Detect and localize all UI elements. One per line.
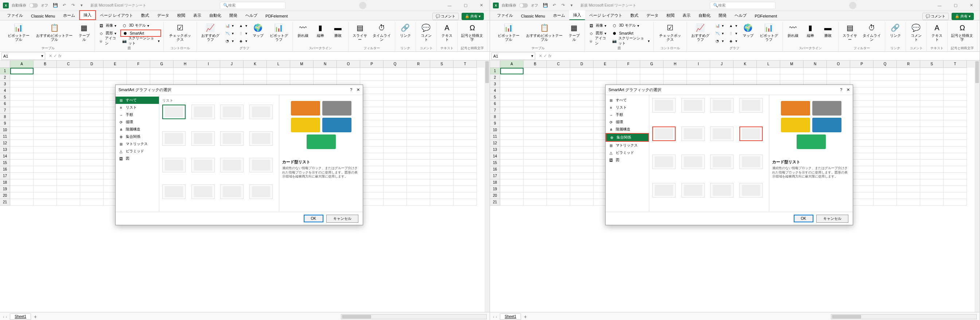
search-box[interactable]: 🔍 [710, 2, 775, 9]
cell[interactable] [570, 100, 593, 107]
gallery-item[interactable] [681, 98, 705, 113]
cell[interactable] [383, 100, 407, 107]
cell[interactable] [570, 134, 593, 140]
category-pyramid[interactable]: △ピラミッド [606, 149, 649, 156]
cell[interactable] [10, 68, 33, 74]
gallery-item[interactable] [740, 154, 763, 169]
cell[interactable] [57, 114, 80, 120]
cell[interactable] [897, 153, 920, 160]
cell[interactable] [430, 179, 453, 186]
cell[interactable] [873, 186, 897, 193]
cell[interactable] [360, 107, 383, 114]
cell[interactable] [430, 160, 453, 166]
cell[interactable] [500, 100, 523, 107]
rec-pivottable-button[interactable]: 📋おすすめピボットテーブル [34, 22, 75, 42]
cell[interactable] [523, 179, 547, 186]
cell[interactable] [757, 74, 780, 81]
cell[interactable] [500, 173, 523, 179]
cell[interactable] [547, 199, 570, 205]
cell[interactable] [33, 166, 57, 173]
cell[interactable] [943, 88, 967, 94]
maximize-icon[interactable]: ▢ [460, 2, 471, 9]
cell[interactable] [267, 74, 290, 81]
cell[interactable] [640, 68, 663, 74]
cell[interactable] [570, 146, 593, 153]
cell[interactable] [523, 68, 547, 74]
cell[interactable] [383, 166, 407, 173]
cell[interactable] [850, 179, 873, 186]
column-header[interactable]: R [407, 60, 430, 68]
cell[interactable] [57, 173, 80, 179]
tab-file[interactable]: ファイル [493, 11, 517, 20]
gallery-item[interactable] [740, 98, 763, 113]
cell[interactable] [407, 127, 430, 134]
cell[interactable] [850, 166, 873, 173]
redo-icon[interactable]: ↷ [70, 3, 76, 8]
row-header[interactable]: 2 [0, 74, 10, 81]
cell[interactable] [500, 88, 523, 94]
cell[interactable] [873, 107, 897, 114]
cell[interactable] [640, 74, 663, 81]
cell[interactable] [453, 127, 477, 134]
cell[interactable] [593, 68, 617, 74]
cell[interactable] [920, 140, 943, 146]
cell[interactable] [547, 140, 570, 146]
gallery-item[interactable] [710, 183, 733, 197]
row-header[interactable]: 13 [0, 146, 10, 153]
toggle-icon[interactable] [519, 3, 528, 8]
cell[interactable] [500, 153, 523, 160]
tab-view[interactable]: 表示 [189, 11, 205, 20]
row-header[interactable]: 16 [490, 166, 500, 173]
3dmodels-button[interactable]: ⬡3D モデル ▾ [610, 22, 651, 29]
cell[interactable] [290, 68, 313, 74]
cell[interactable] [453, 74, 477, 81]
cell[interactable] [873, 166, 897, 173]
cell[interactable] [430, 114, 453, 120]
row-header[interactable]: 9 [0, 120, 10, 127]
cell[interactable] [80, 94, 103, 100]
cell[interactable] [430, 88, 453, 94]
rec-chart-button[interactable]: 📈おすすめグラフ [199, 22, 222, 42]
category-process[interactable]: →手順 [606, 111, 649, 118]
row-header[interactable]: 21 [0, 199, 10, 205]
cell[interactable] [943, 81, 967, 88]
cell[interactable] [80, 74, 103, 81]
row-header[interactable]: 10 [0, 127, 10, 134]
cell[interactable] [360, 114, 383, 120]
cell[interactable] [57, 107, 80, 114]
name-box[interactable]: A1▾ [2, 53, 45, 60]
cell[interactable] [453, 88, 477, 94]
cell[interactable] [547, 81, 570, 88]
row-header[interactable]: 12 [0, 140, 10, 146]
tab-help[interactable]: ヘルプ [241, 11, 261, 20]
cell[interactable] [663, 74, 687, 81]
cell[interactable] [547, 186, 570, 193]
cell[interactable] [407, 81, 430, 88]
cell[interactable] [523, 199, 547, 205]
column-header[interactable]: F [617, 60, 640, 68]
cell[interactable] [547, 68, 570, 74]
cell[interactable] [523, 186, 547, 193]
row-header[interactable]: 11 [0, 134, 10, 140]
cell[interactable] [873, 120, 897, 127]
sheet-prev-icon[interactable]: ‹ [3, 315, 5, 319]
cell[interactable] [360, 134, 383, 140]
cell[interactable] [943, 179, 967, 186]
tab-layout[interactable]: ページ レイアウト [96, 11, 137, 20]
cell[interactable] [500, 179, 523, 186]
cell[interactable] [523, 88, 547, 94]
cell[interactable] [33, 134, 57, 140]
cell[interactable] [430, 120, 453, 127]
tab-dev[interactable]: 開発 [714, 11, 730, 20]
cell[interactable] [33, 127, 57, 134]
cell[interactable] [10, 146, 33, 153]
undo-icon[interactable]: ↶ [61, 3, 67, 8]
cell[interactable] [547, 134, 570, 140]
cell[interactable] [780, 68, 803, 74]
category-all[interactable]: ⊞すべて [116, 97, 159, 104]
cell[interactable] [430, 193, 453, 199]
column-header[interactable]: M [780, 60, 803, 68]
column-header[interactable]: E [103, 60, 127, 68]
cell[interactable] [360, 120, 383, 127]
cell[interactable] [570, 153, 593, 160]
